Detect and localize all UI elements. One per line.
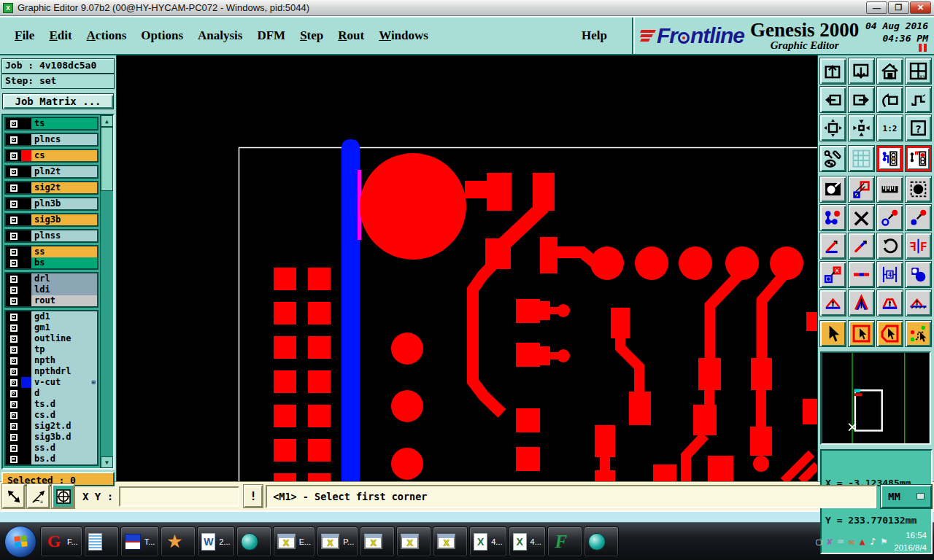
taskbar-button-xterm[interactable]: XE... [273, 526, 316, 557]
tool-layer-display-a-button[interactable] [876, 145, 903, 172]
tool-net-clear-button[interactable] [848, 204, 875, 231]
tray-network-icon[interactable]: ⚑ [881, 537, 887, 546]
layer-color-swatch[interactable] [21, 322, 31, 333]
layer-visibility-checkbox[interactable] [6, 198, 21, 209]
angle-mode-button[interactable]: a [27, 484, 50, 508]
layer-color-swatch[interactable] [21, 443, 31, 454]
layer-row-ts.d[interactable]: ts.d [6, 399, 97, 410]
layer-visibility-checkbox[interactable] [6, 166, 21, 177]
layer-color-swatch[interactable] [21, 214, 31, 225]
tool-zoom-fit-button[interactable] [819, 58, 846, 85]
layer-color-swatch[interactable] [21, 432, 31, 443]
menu-help[interactable]: Help [574, 28, 614, 43]
layer-visibility-checkbox[interactable] [6, 344, 21, 355]
layer-visibility-checkbox[interactable] [6, 410, 21, 421]
tray-purple-x-icon[interactable]: ✘ [827, 537, 833, 546]
layer-color-swatch[interactable] [21, 366, 31, 377]
menu-windows[interactable]: Windows [371, 28, 436, 43]
layer-visibility-checkbox[interactable] [6, 432, 21, 443]
layer-row-ts[interactable]: ts [6, 118, 97, 129]
layer-row-ss.d[interactable]: ss.d [6, 443, 97, 454]
tray-app-icon[interactable]: ▢ [816, 537, 822, 546]
scroll-down-icon[interactable]: ▼ [101, 456, 113, 468]
menu-actions[interactable]: Actions [80, 28, 134, 43]
tool-move-open-button[interactable] [876, 204, 903, 231]
layer-color-swatch[interactable] [21, 295, 31, 306]
layer-row-v-cut[interactable]: v-cut⊞ [6, 377, 97, 388]
layer-row-gd1[interactable]: gd1 [6, 311, 97, 322]
layer-row-gm1[interactable]: gm1 [6, 322, 97, 333]
layer-row-cs[interactable]: cs [6, 150, 97, 161]
layer-row-bs[interactable]: bs [6, 257, 97, 268]
layer-color-swatch[interactable] [21, 454, 31, 464]
layer-color-swatch[interactable] [21, 355, 31, 366]
layer-color-swatch[interactable] [21, 257, 31, 268]
layer-scrollbar[interactable]: ▲ ▼ [100, 115, 113, 468]
tool-arc-fill-c-button[interactable] [876, 289, 903, 316]
layer-row-ss[interactable]: ss [6, 246, 97, 257]
layer-visibility-checkbox[interactable] [6, 311, 21, 322]
layer-color-swatch[interactable] [21, 311, 31, 322]
layer-row-d[interactable]: d [6, 388, 97, 399]
taskbar-button-word[interactable]: W2... [197, 526, 234, 557]
layer-row-sig3b.d[interactable]: sig3b.d [6, 432, 97, 443]
tool-net-highlight-button[interactable] [819, 204, 846, 231]
layer-row-bs.d[interactable]: bs.d [6, 454, 97, 464]
taskbar-button-genesis-g[interactable]: GF... [40, 526, 82, 557]
layer-row-sig2t.d[interactable]: sig2t.d [6, 421, 97, 432]
layer-color-swatch[interactable] [21, 246, 31, 257]
tool-zoom-ratio-button[interactable]: 1:2 [876, 114, 903, 141]
units-toggle-button[interactable]: MM [881, 485, 932, 508]
tray-volume-icon[interactable]: ♪ [871, 537, 876, 546]
layer-color-swatch[interactable] [21, 118, 31, 129]
layer-visibility-checkbox[interactable] [6, 366, 21, 377]
tool-zoom-in-button[interactable] [848, 114, 875, 141]
layer-visibility-checkbox[interactable] [6, 355, 21, 366]
pcb-canvas[interactable] [117, 55, 817, 481]
taskbar-button-notepad[interactable] [84, 526, 119, 557]
layer-row-npthdrl[interactable]: npthdrl [6, 366, 97, 377]
layer-row-rout[interactable]: rout [6, 295, 97, 306]
tool-setup-tools-button[interactable] [819, 145, 846, 172]
restore-button[interactable]: ❐ [888, 1, 909, 14]
layer-color-swatch[interactable] [21, 198, 31, 209]
layer-color-swatch[interactable] [21, 150, 31, 161]
layer-visibility-checkbox[interactable] [6, 214, 21, 225]
taskbar-button-xterm[interactable]: XP... [317, 526, 358, 557]
taskbar-button-excel[interactable]: X4... [469, 526, 506, 557]
layer-visibility-checkbox[interactable] [6, 257, 21, 268]
layer-color-swatch[interactable] [21, 388, 31, 399]
layer-color-swatch[interactable] [21, 273, 31, 284]
minimize-button[interactable]: — [866, 1, 887, 14]
layer-color-swatch[interactable] [21, 344, 31, 355]
tool-move-copy-button[interactable] [905, 204, 932, 231]
layer-visibility-checkbox[interactable] [6, 388, 21, 399]
tool-copy-shapes-button[interactable] [905, 261, 932, 288]
tool-measure-line-button[interactable] [848, 233, 875, 260]
menu-file[interactable]: File [7, 28, 42, 43]
scroll-thumb[interactable] [101, 127, 113, 191]
tray-display-icon[interactable]: ⌨ [838, 537, 844, 546]
taskbar-button-xterm[interactable]: X [396, 526, 431, 557]
taskbar-button-orb-app[interactable] [584, 526, 619, 557]
tray-alert-icon[interactable]: ▲ [860, 537, 865, 546]
layer-visibility-checkbox[interactable] [6, 377, 21, 388]
layer-visibility-checkbox[interactable] [6, 118, 21, 129]
layer-row-sig2t[interactable]: sig2t [6, 182, 97, 193]
layer-visibility-checkbox[interactable] [6, 246, 21, 257]
title-bar[interactable]: x Graphic Editor 9.07b2 (00@HY-HYCAM-PC0… [0, 0, 934, 16]
tool-select-polygon-button[interactable] [876, 320, 903, 347]
layer-visibility-checkbox[interactable] [6, 295, 21, 306]
tool-help-button[interactable]: ? [905, 114, 932, 141]
layer-row-plncs[interactable]: plncs [6, 134, 97, 145]
layer-row-pln3b[interactable]: pln3b [6, 198, 97, 209]
scroll-up-icon[interactable]: ▲ [101, 115, 113, 127]
overview-minimap[interactable] [820, 351, 931, 445]
tool-select-rectangle-button[interactable] [848, 320, 875, 347]
layer-visibility-checkbox[interactable] [6, 150, 21, 161]
tool-swap-symbols-button[interactable] [819, 261, 846, 288]
layer-visibility-checkbox[interactable] [6, 273, 21, 284]
menu-edit[interactable]: Edit [42, 28, 79, 43]
tool-route-path-button[interactable] [905, 86, 932, 113]
tool-spacing-measure-button[interactable]: 4 [876, 261, 903, 288]
